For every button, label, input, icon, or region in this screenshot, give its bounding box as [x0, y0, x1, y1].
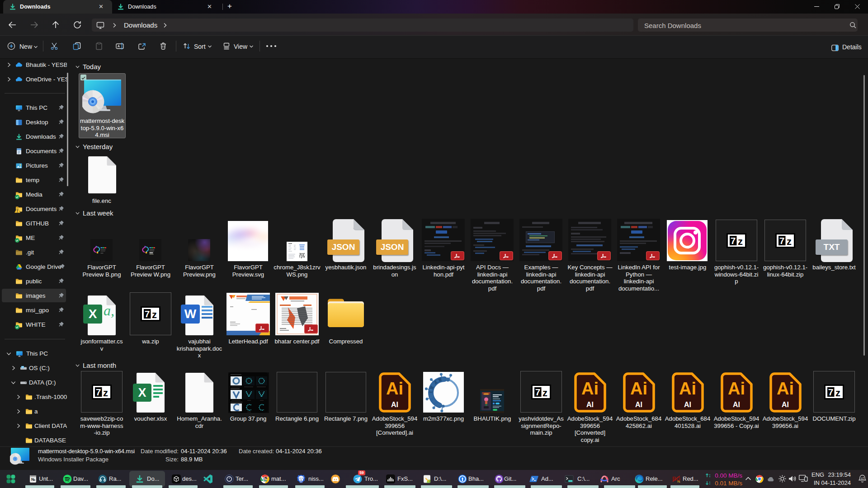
svg-text:zZ: zZ	[861, 477, 864, 480]
svg-text:71: 71	[677, 480, 680, 483]
svg-text:bots: bots	[300, 481, 303, 483]
svg-text:Bursa: Bursa	[264, 480, 267, 482]
svg-text:N: N	[31, 477, 34, 482]
